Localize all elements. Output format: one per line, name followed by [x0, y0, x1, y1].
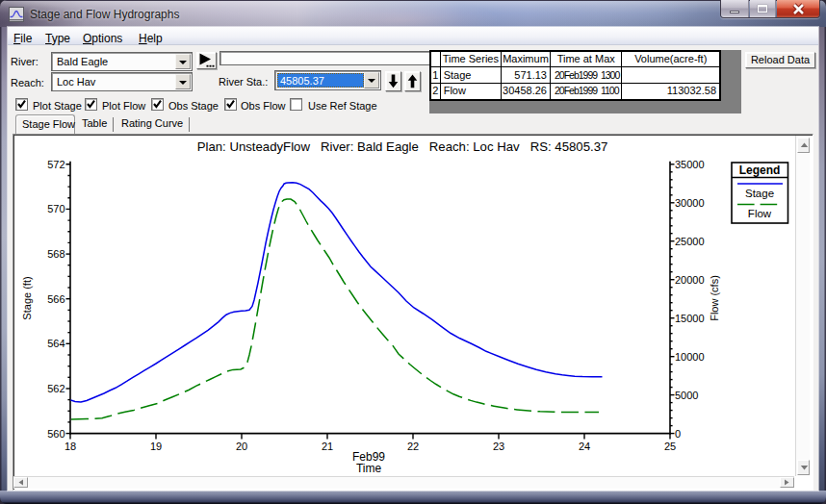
svg-text:21: 21: [322, 441, 333, 452]
svg-text:20: 20: [236, 441, 247, 452]
svg-text:10000: 10000: [675, 351, 705, 363]
svg-text:20000: 20000: [675, 274, 705, 286]
svg-text:572: 572: [47, 159, 65, 170]
svg-text:570: 570: [47, 203, 65, 214]
svg-text:Plan: UnsteadyFlow River: Ba: Plan: UnsteadyFlow River: Bald Eagle Rea…: [197, 139, 608, 154]
svg-text:35000: 35000: [675, 159, 705, 170]
svg-text:19: 19: [150, 441, 162, 452]
svg-text:568: 568: [47, 248, 65, 260]
svg-text:Stage: Stage: [745, 188, 774, 199]
svg-text:564: 564: [47, 338, 65, 349]
svg-text:30000: 30000: [675, 197, 705, 209]
svg-text:566: 566: [47, 293, 65, 305]
svg-text:Stage (ft): Stage (ft): [21, 276, 33, 319]
svg-text:5000: 5000: [675, 390, 698, 401]
svg-text:562: 562: [47, 383, 65, 394]
svg-text:Legend: Legend: [739, 164, 781, 177]
svg-text:Flow: Flow: [748, 208, 772, 219]
svg-text:15000: 15000: [675, 313, 705, 324]
svg-text:25: 25: [664, 441, 676, 452]
svg-text:25000: 25000: [675, 236, 705, 247]
svg-text:Flow (cfs): Flow (cfs): [709, 275, 720, 321]
svg-text:24: 24: [579, 441, 590, 452]
svg-text:560: 560: [47, 428, 65, 440]
svg-text:23: 23: [493, 441, 504, 452]
svg-text:18: 18: [65, 441, 76, 452]
svg-text:22: 22: [407, 441, 419, 452]
svg-text:0: 0: [675, 428, 681, 440]
svg-text:Time: Time: [356, 462, 382, 475]
